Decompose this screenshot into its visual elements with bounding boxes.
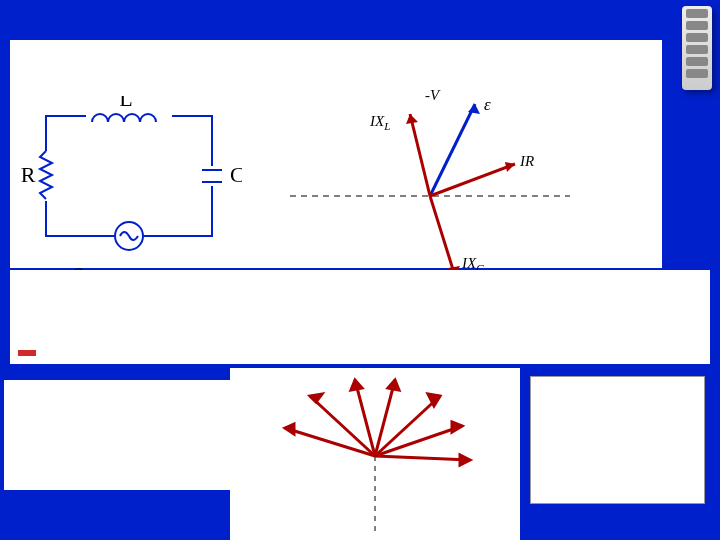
svg-line-39 [375,456,470,460]
svg-text:R: R [21,162,36,187]
svg-text:ε: ε [484,95,491,114]
question-panel: L R C ℰ sin(ωt) ε IXL [10,40,662,268]
svg-line-37 [375,426,462,456]
option-a [18,350,36,356]
page-title [0,0,720,4]
svg-text:IR: IR [519,153,534,169]
svg-text:C: C [230,162,242,187]
svg-line-15 [410,114,430,196]
svg-text:-V: -V [425,87,441,103]
rlc-circuit-diagram: L R C ℰ sin(ωt) [16,96,242,294]
followup-question [4,380,234,490]
svg-line-21 [430,196,455,276]
svg-marker-30 [310,394,322,402]
svg-rect-1 [86,110,172,122]
results-bar-chart [530,376,705,504]
answer-options [10,340,710,364]
svg-marker-34 [388,380,399,390]
svg-marker-16 [406,114,418,124]
svg-text:L: L [119,96,132,111]
svg-marker-38 [452,422,462,432]
svg-line-33 [375,380,395,456]
svg-rect-0 [46,116,212,236]
svg-line-35 [375,396,440,456]
svg-line-31 [355,380,375,456]
svg-marker-28 [285,424,294,434]
explanation-text [10,270,710,340]
svg-marker-32 [351,380,362,390]
clicker-device-icon [682,6,712,90]
svg-marker-40 [460,455,470,465]
svg-text:IXL: IXL [369,113,390,132]
phasor-fan-diagram [230,368,520,540]
